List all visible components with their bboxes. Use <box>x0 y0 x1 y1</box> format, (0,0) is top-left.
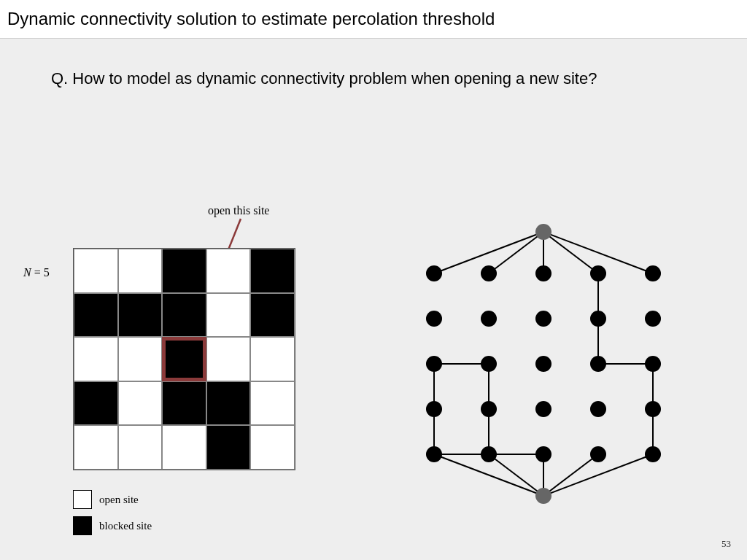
graph-node <box>535 311 551 327</box>
grid-cell <box>118 293 163 338</box>
graph-node <box>645 265 661 281</box>
grid-cell <box>74 425 118 470</box>
graph-node <box>426 265 442 281</box>
open-swatch <box>73 490 92 509</box>
graph-edge <box>543 232 598 273</box>
graph-node <box>481 265 497 281</box>
graph-node <box>481 401 497 417</box>
open-site-annotation: open this site <box>208 204 269 217</box>
graph-node <box>426 311 442 327</box>
page-title: Dynamic connectivity solution to estimat… <box>7 9 740 29</box>
graph-node <box>535 401 551 417</box>
grid-cell <box>206 425 251 470</box>
graph-node <box>590 265 606 281</box>
grid-cell <box>206 381 251 426</box>
grid-cell <box>250 337 295 381</box>
question-letter: Q. <box>51 69 68 88</box>
grid-cell <box>250 425 295 470</box>
n-variable: N <box>23 266 31 279</box>
grid-cell <box>250 293 295 338</box>
grid-cell <box>250 381 295 426</box>
grid-cell <box>118 249 163 293</box>
grid-cell <box>162 293 206 338</box>
grid-cell <box>162 381 206 426</box>
graph-node <box>426 446 442 462</box>
virtual-node <box>535 488 551 504</box>
grid-cell <box>74 337 118 381</box>
grid-cell <box>206 293 251 338</box>
grid-cell <box>74 381 118 426</box>
grid-cell <box>162 337 206 381</box>
graph-node <box>426 356 442 372</box>
graph-node <box>426 401 442 417</box>
graph-edge <box>543 454 598 496</box>
grid-cell <box>74 249 118 293</box>
graph-node <box>535 265 551 281</box>
grid-cell <box>206 337 251 381</box>
graph-node <box>590 401 606 417</box>
graph-node <box>590 446 606 462</box>
blocked-label: blocked site <box>99 520 152 532</box>
graph-node <box>645 446 661 462</box>
graph-node <box>645 311 661 327</box>
virtual-node <box>535 224 551 240</box>
grid-cell <box>118 337 163 381</box>
graph-node <box>590 356 606 372</box>
question-text: How to model as dynamic connectivity pro… <box>68 69 597 88</box>
open-label: open site <box>99 494 139 506</box>
page-number: 53 <box>721 538 731 550</box>
graph-node <box>481 356 497 372</box>
grid-cell <box>206 249 251 293</box>
percolation-grid <box>73 248 295 470</box>
question: Q. How to model as dynamic connectivity … <box>51 69 597 88</box>
title-bar: Dynamic connectivity solution to estimat… <box>0 0 747 39</box>
grid-cell <box>118 381 163 426</box>
grid-cell <box>162 249 206 293</box>
graph-edge <box>489 232 543 273</box>
graph-node <box>535 446 551 462</box>
graph-node <box>590 311 606 327</box>
legend-blocked-row: blocked site <box>73 516 152 535</box>
blocked-swatch <box>73 516 92 535</box>
connectivity-graph <box>401 219 686 510</box>
graph-edge <box>489 454 543 496</box>
grid-cell <box>118 425 163 470</box>
n-value: = 5 <box>31 266 50 279</box>
legend: open site blocked site <box>73 490 152 542</box>
grid-cell <box>250 249 295 293</box>
grid-cell <box>74 293 118 338</box>
graph-node <box>481 311 497 327</box>
n-label: N = 5 <box>23 266 50 279</box>
legend-open-row: open site <box>73 490 152 509</box>
graph-node <box>481 446 497 462</box>
graph-node <box>645 401 661 417</box>
grid-cell <box>162 425 206 470</box>
graph-node <box>535 356 551 372</box>
graph-node <box>645 356 661 372</box>
